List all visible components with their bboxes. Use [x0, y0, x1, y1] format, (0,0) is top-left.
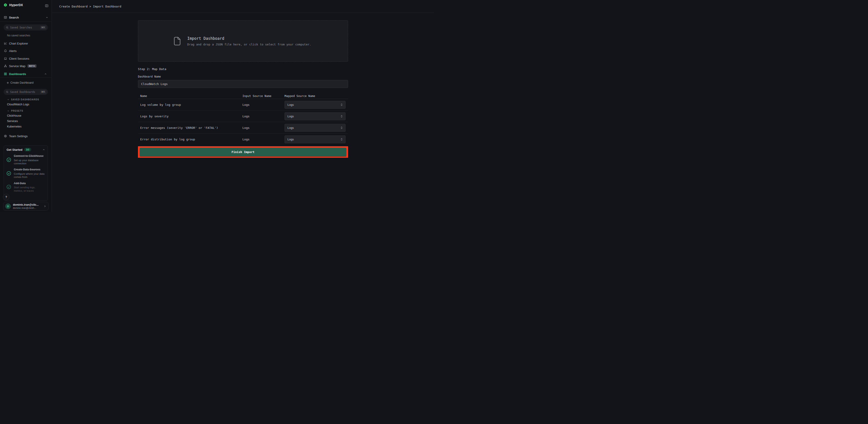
mapped-source-select[interactable]: Logs — [284, 135, 346, 143]
bell-icon — [4, 49, 7, 53]
input-source-cell: Logs — [243, 126, 284, 130]
chart-name-cell: Log volume by log group — [138, 103, 243, 106]
chart-name-cell: Logs by severity — [138, 115, 243, 118]
group-header-label: SAVED DASHBOARDS — [11, 98, 39, 101]
group-header-label: PRESETS — [11, 109, 23, 112]
group-header-presets[interactable]: PRESETS — [7, 109, 23, 112]
sidebar-item-services[interactable]: Services — [7, 120, 18, 123]
mapped-source-value: Logs — [287, 103, 294, 106]
user-name: dominic.tran@clic... — [13, 203, 39, 206]
saved-dashboards-input[interactable] — [10, 90, 35, 94]
chevron-down-icon — [7, 99, 9, 101]
search-icon — [6, 91, 9, 93]
mapping-table: Name Input Source Name Mapped Source Nam… — [138, 93, 348, 145]
sidebar-item-chart-explorer[interactable]: Chart Explorer — [0, 40, 52, 47]
chevron-up-icon[interactable] — [42, 149, 45, 151]
nav-label: Dashboards — [9, 72, 26, 76]
search-icon — [6, 26, 9, 29]
user-email: dominic.tran@clickh... — [13, 206, 39, 209]
select-chevrons-icon — [340, 138, 343, 141]
sidebar: HyperDX Search ⌘K No saved searches — [0, 0, 52, 212]
app-title: HyperDX — [9, 3, 23, 7]
task-add-data[interactable]: Add Data Start sending logs, metrics, or… — [6, 182, 45, 192]
plus-icon — [6, 81, 9, 84]
column-header-input-source: Input Source Name — [243, 94, 284, 98]
chevron-down-icon — [7, 110, 9, 112]
dashboard-name-input[interactable] — [138, 80, 348, 88]
help-button[interactable]: ? — [3, 194, 9, 200]
step-label: Step 2: Map Data — [138, 67, 348, 71]
task-create-data-sources[interactable]: Create Data Sources Configure where your… — [6, 168, 45, 178]
team-settings-label: Team Settings — [9, 134, 28, 138]
select-chevrons-icon — [340, 103, 343, 106]
beta-badge: BETA — [28, 64, 36, 68]
breadcrumb-create-dashboard[interactable]: Create Dashboard — [59, 5, 88, 8]
table-row: Error messages (severity 'ERROR' or 'FAT… — [138, 122, 348, 134]
get-started-progress-badge: 3/3 — [24, 148, 31, 152]
task-title: Add Data — [14, 182, 45, 185]
finish-import-button[interactable]: Finish Import — [140, 148, 346, 156]
search-panel-icon — [4, 16, 7, 19]
avatar: D — [5, 203, 11, 209]
column-header-mapped-source: Mapped Source Name — [284, 94, 348, 98]
sidebar-collapse-icon[interactable] — [45, 4, 49, 7]
chart-name-cell: Error distribution by log group — [138, 138, 243, 141]
app-logo-row[interactable]: HyperDX — [4, 3, 23, 7]
mapped-source-select[interactable]: Logs — [284, 124, 346, 132]
sidebar-item-kubernetes[interactable]: Kubernetes — [7, 125, 22, 129]
chevron-up-icon[interactable] — [44, 73, 47, 75]
sidebar-item-service-map[interactable]: Service Map BETA — [0, 63, 52, 69]
sidebar-item-alerts[interactable]: Alerts — [0, 47, 52, 54]
get-started-card: Get Started 3/3 Connect to ClickHouse Se… — [4, 145, 48, 201]
dropzone-title: Import Dashboard — [187, 36, 311, 41]
file-icon — [174, 37, 181, 46]
table-row: Logs by severity Logs Logs — [138, 110, 348, 122]
mapped-source-value: Logs — [287, 126, 294, 130]
saved-searches-searchbox[interactable]: ⌘K — [4, 24, 48, 31]
import-dropzone[interactable]: Import Dashboard Drag and drop a JSON fi… — [138, 20, 348, 62]
shortcut-badge: ⌘K — [40, 26, 46, 29]
table-row: Log volume by log group Logs Logs — [138, 99, 348, 110]
task-subtitle: Configure where your data comes from — [14, 172, 45, 179]
nav-label: Service Map — [9, 64, 25, 68]
chart-icon — [4, 42, 7, 45]
task-subtitle: Set up your database connection — [14, 159, 45, 165]
saved-searches-input[interactable] — [10, 26, 35, 29]
get-started-title: Get Started — [6, 148, 22, 152]
sidebar-item-dashboards[interactable]: Dashboards — [0, 70, 52, 77]
laptop-icon — [4, 57, 7, 60]
sidebar-item-cloudwatch-logs[interactable]: CloudWatch Logs — [7, 103, 29, 106]
sidebar-section-search[interactable]: Search — [4, 15, 48, 20]
main-area: Create Dashboard>Import Dashboard Import… — [52, 0, 434, 212]
divider — [0, 77, 52, 78]
input-source-cell: Logs — [243, 103, 284, 106]
mapped-source-select[interactable]: Logs — [284, 112, 346, 120]
input-source-cell: Logs — [243, 115, 284, 118]
chart-name-cell: Error messages (severity 'ERROR' or 'FAT… — [138, 126, 243, 130]
sidebar-item-clickhouse[interactable]: ClickHouse — [7, 114, 21, 118]
mapped-source-value: Logs — [287, 138, 294, 141]
no-saved-searches-text: No saved searches — [7, 34, 30, 37]
sidebar-item-team-settings[interactable]: Team Settings — [4, 133, 48, 139]
check-circle-icon — [6, 171, 11, 175]
task-connect-clickhouse[interactable]: Connect to ClickHouse Set up your databa… — [6, 154, 45, 165]
nav-label: Client Sessions — [9, 57, 29, 60]
top-bar: Create Dashboard>Import Dashboard — [52, 0, 434, 13]
task-title: Create Data Sources — [14, 168, 45, 171]
select-chevrons-icon — [340, 115, 343, 118]
saved-dashboards-searchbox[interactable]: ⌘K — [4, 89, 48, 95]
mapped-source-select[interactable]: Logs — [284, 101, 346, 109]
hyperdx-logo-icon — [4, 3, 7, 7]
chevron-up-icon[interactable] — [46, 16, 48, 19]
user-menu[interactable]: D dominic.tran@clic... dominic.tran@clic… — [3, 202, 49, 210]
group-header-saved-dashboards[interactable]: SAVED DASHBOARDS — [7, 98, 39, 101]
column-header-name: Name — [138, 94, 243, 98]
service-map-icon — [4, 64, 7, 68]
table-header-row: Name Input Source Name Mapped Source Nam… — [138, 93, 348, 99]
task-subtitle: Start sending logs, metrics, or traces — [14, 186, 45, 192]
create-dashboard-label: Create Dashboard — [10, 81, 33, 84]
input-source-cell: Logs — [243, 138, 284, 141]
sidebar-item-client-sessions[interactable]: Client Sessions — [0, 55, 52, 62]
create-dashboard-button[interactable]: Create Dashboard — [6, 80, 33, 86]
search-section-label: Search — [9, 16, 19, 19]
